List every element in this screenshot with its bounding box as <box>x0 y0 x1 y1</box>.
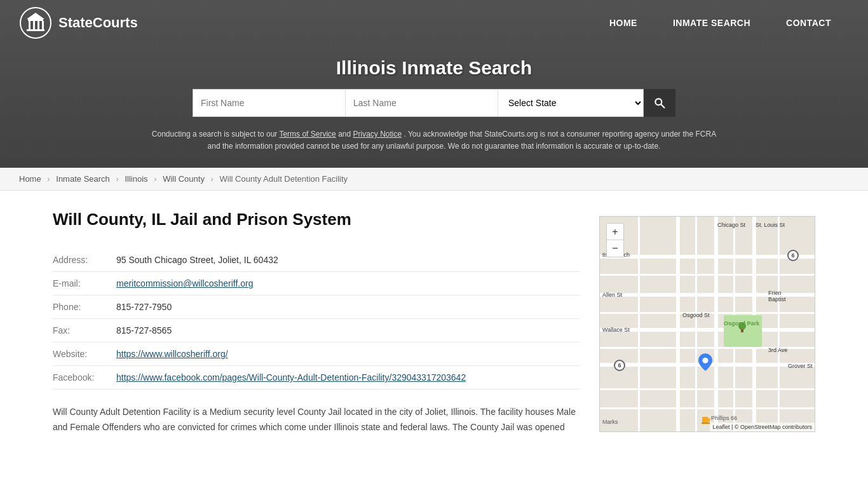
breadcrumb-sep-2: › <box>116 174 118 184</box>
logo-text: StateCourts <box>58 15 138 31</box>
map-label-stlouis-st: St. Louis St <box>756 222 785 228</box>
search-bar: Select State AlabamaAlaskaArizona Arkans… <box>19 89 849 117</box>
breadcrumb-sep-4: › <box>211 174 214 184</box>
map-label-osgood-park: Osgood Park <box>724 320 759 327</box>
website-link[interactable]: https://www.willcosheriff.org/ <box>116 349 228 359</box>
map-background <box>600 217 815 431</box>
map-gas-station <box>702 415 710 425</box>
nav-home[interactable]: HOME <box>592 11 655 34</box>
breadcrumb-state[interactable]: Illinois <box>125 174 147 184</box>
email-row: E-mail: meritcommission@willcosheriff.or… <box>53 272 580 295</box>
fax-row: Fax: 815-727-8565 <box>53 319 580 342</box>
phone-label: Phone: <box>53 295 116 319</box>
breadcrumb-inmate-search[interactable]: Inmate Search <box>56 174 110 184</box>
map-road-thin-h5 <box>600 407 815 409</box>
breadcrumb-sep-3: › <box>154 174 156 184</box>
address-row: Address: 95 South Chicago Street, Joliet… <box>53 248 580 272</box>
facility-description: Will County Adult Detention Facility is … <box>53 405 580 435</box>
facility-heading: Will County, IL Jail and Prison System <box>53 210 580 229</box>
website-label: Website: <box>53 342 116 366</box>
breadcrumb-county[interactable]: Will County <box>163 174 205 184</box>
search-icon <box>653 97 666 109</box>
website-row: Website: https://www.willcosheriff.org/ <box>53 342 580 366</box>
website-value: https://www.willcosheriff.org/ <box>116 342 580 366</box>
svg-rect-6 <box>37 21 39 29</box>
svg-rect-16 <box>702 423 710 424</box>
svg-rect-15 <box>708 418 710 422</box>
disclaimer-text: Conducting a search is subject to our Te… <box>148 125 720 161</box>
nav-inmate-search[interactable]: INMATE SEARCH <box>655 11 768 34</box>
last-name-input[interactable] <box>345 89 498 117</box>
map-label-3rd-ave: 3rd Ave <box>768 347 787 353</box>
map-road-v1 <box>676 217 680 431</box>
svg-rect-4 <box>29 21 31 29</box>
facebook-row: Facebook: https://www.facebook.com/pages… <box>53 366 580 390</box>
map-attribution: Leaflet | © OpenStreetMap contributors <box>710 423 815 431</box>
facebook-value: https://www.facebook.com/pages/Will-Coun… <box>116 366 580 390</box>
main-content: Will County, IL Jail and Prison System A… <box>27 191 841 454</box>
breadcrumb: Home › Inmate Search › Illinois › Will C… <box>0 168 868 191</box>
address-label: Address: <box>53 248 116 272</box>
email-label: E-mail: <box>53 272 116 295</box>
svg-rect-14 <box>702 417 708 423</box>
svg-rect-12 <box>741 329 743 332</box>
email-link[interactable]: meritcommission@willcosheriff.org <box>116 278 253 288</box>
hero-section: Illinois Inmate Search Select State Alab… <box>0 46 868 168</box>
map-location-pin <box>698 353 712 371</box>
map-label-phillips: Phillips 66 <box>711 415 737 421</box>
svg-marker-8 <box>27 13 44 19</box>
map-road-thin-h4 <box>600 388 815 390</box>
map-label-grover-st: Grover St <box>788 363 813 369</box>
svg-rect-7 <box>42 21 44 29</box>
map-label-wallace-st: Wallace St <box>602 327 630 333</box>
facility-info-table: Address: 95 South Chicago Street, Joliet… <box>53 248 580 390</box>
map-zoom-out-button[interactable]: − <box>607 240 623 257</box>
map-road-thin-v4 <box>778 217 780 431</box>
map-zoom-in-button[interactable]: + <box>607 224 623 240</box>
map-road-h3 <box>600 328 815 332</box>
map-road-thin-v2 <box>695 217 697 431</box>
map-label-marks: Marks <box>602 419 618 425</box>
breadcrumb-sep-1: › <box>47 174 50 184</box>
state-select[interactable]: Select State AlabamaAlaskaArizona Arkans… <box>498 89 644 117</box>
svg-line-10 <box>661 105 665 108</box>
map-label-allen-st: Allen St <box>602 292 622 298</box>
breadcrumb-home[interactable]: Home <box>19 174 41 184</box>
fax-label: Fax: <box>53 319 116 342</box>
logo-icon <box>19 6 52 39</box>
first-name-input[interactable] <box>193 89 345 117</box>
map-road-thin-h1 <box>600 274 815 276</box>
search-button[interactable] <box>644 89 675 117</box>
map-road-v2 <box>714 217 718 431</box>
header-top-bar: StateCourts HOME INMATE SEARCH CONTACT <box>0 0 868 46</box>
email-value: meritcommission@willcosheriff.org <box>116 272 580 295</box>
svg-rect-5 <box>33 21 35 29</box>
map-label-baptist: FrienBaptist <box>768 290 786 302</box>
phone-value: 815-727-7950 <box>116 295 580 319</box>
disclaimer-between: and <box>338 130 353 139</box>
disclaimer-before: Conducting a search is subject to our <box>152 130 280 139</box>
map-container[interactable]: Chicago St St. Louis St Allen St Wallace… <box>599 216 815 432</box>
terms-of-service-link[interactable]: Terms of Service <box>279 130 336 139</box>
facebook-link[interactable]: https://www.facebook.com/pages/Will-Coun… <box>116 372 466 383</box>
svg-rect-1 <box>27 29 44 31</box>
fax-value: 815-727-8565 <box>116 319 580 342</box>
address-value: 95 South Chicago Street, Joliet, IL 6043… <box>116 248 580 272</box>
info-section: Will County, IL Jail and Prison System A… <box>53 210 580 435</box>
site-header: StateCourts HOME INMATE SEARCH CONTACT I… <box>0 0 868 168</box>
page-title: Illinois Inmate Search <box>19 57 849 79</box>
nav-contact[interactable]: CONTACT <box>768 11 849 34</box>
breadcrumb-facility: Will County Adult Detention Facility <box>219 174 348 184</box>
svg-point-0 <box>20 8 51 38</box>
main-nav: HOME INMATE SEARCH CONTACT <box>592 11 849 34</box>
map-road-thin-v1 <box>638 217 640 431</box>
logo-area[interactable]: StateCourts <box>19 6 138 39</box>
map-label-chicago-st: Chicago St <box>717 222 745 228</box>
map-label-osgood-st: Osgood St <box>682 312 710 318</box>
facebook-label: Facebook: <box>53 366 116 390</box>
map-zoom-controls: + − <box>606 223 624 257</box>
map-section: Chicago St St. Louis St Allen St Wallace… <box>599 216 815 435</box>
phone-row: Phone: 815-727-7950 <box>53 295 580 319</box>
privacy-notice-link[interactable]: Privacy Notice <box>353 130 402 139</box>
map-road-h1 <box>600 255 815 259</box>
